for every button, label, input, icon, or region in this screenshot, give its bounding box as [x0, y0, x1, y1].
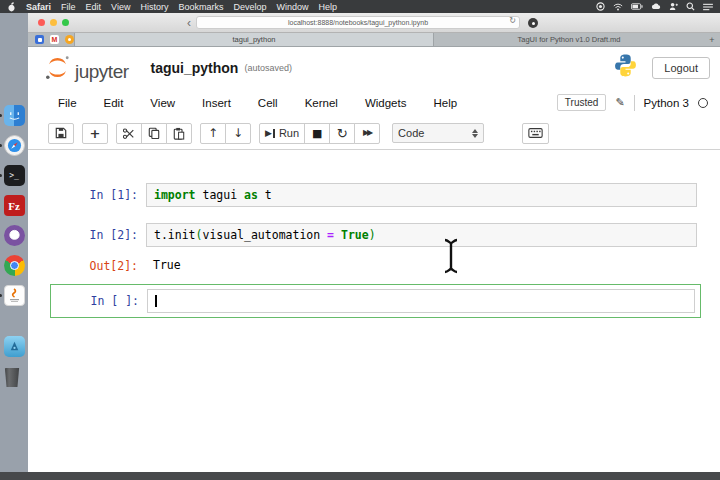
dock-terminal-icon[interactable]: >_	[4, 165, 25, 186]
status-circle-icon[interactable]	[596, 2, 605, 11]
pinned-tab-gmail-icon[interactable]: M	[50, 35, 59, 44]
restart-run-all-button[interactable]: ▶▶	[354, 123, 380, 144]
keyboard-icon	[528, 128, 543, 138]
text-caret	[155, 295, 157, 307]
dropdown-arrows-icon	[472, 129, 478, 138]
dock-blue-app-icon[interactable]	[4, 336, 25, 357]
wifi-icon[interactable]	[613, 3, 623, 11]
menubar-item-view[interactable]: View	[111, 2, 130, 12]
tab-tagui-draft[interactable]: TagUI for Python v1.0 Draft.md	[434, 33, 704, 46]
notebook-cells: In [1]: import tagui as t In [2]: t.init…	[28, 150, 720, 318]
pinned-tab-orange-icon[interactable]	[65, 35, 74, 44]
jupyter-logo[interactable]: jupyter	[44, 54, 129, 81]
run-cell-button[interactable]: ▶ Run	[259, 123, 305, 144]
macos-menubar: Safari File Edit View History Bookmarks …	[0, 0, 720, 13]
notebook-toolbar: + ↑ ↓ ▶ Run ■	[28, 117, 720, 150]
extension-badge-icon[interactable]	[528, 18, 538, 28]
code-cell-3-active: In [ ]:	[50, 284, 701, 318]
save-button[interactable]	[48, 123, 74, 144]
menu-widgets[interactable]: Widgets	[365, 97, 407, 109]
input-prompt: In [ ]:	[51, 289, 147, 308]
menu-help[interactable]: Help	[433, 97, 457, 109]
reload-icon[interactable]: ↻	[509, 17, 516, 25]
close-window-button[interactable]	[38, 19, 45, 26]
menu-cell[interactable]: Cell	[258, 97, 278, 109]
screen: Safari File Edit View History Bookmarks …	[0, 0, 720, 480]
autosave-status: (autosaved)	[244, 63, 292, 73]
address-bar[interactable]: localhost:8888/notebooks/tagui_python.ip…	[196, 16, 520, 29]
add-cell-button[interactable]: +	[82, 123, 108, 144]
code-input[interactable]: import tagui as t	[146, 183, 697, 207]
output-prompt: Out[2]:	[28, 254, 146, 273]
battery-icon[interactable]	[631, 3, 643, 10]
zoom-window-button[interactable]	[62, 19, 69, 26]
dock-chrome-icon[interactable]	[4, 255, 25, 276]
output-value: True	[146, 254, 188, 276]
save-icon	[55, 127, 67, 139]
menu-insert[interactable]: Insert	[202, 97, 231, 109]
notification-center-icon[interactable]	[703, 3, 713, 11]
cloud-icon[interactable]	[651, 3, 661, 10]
cut-cell-button[interactable]	[116, 123, 142, 144]
output-cell-2: Out[2]: True	[28, 254, 720, 276]
fast-forward-icon: ▶▶	[363, 129, 371, 137]
dock-safari-icon[interactable]	[4, 135, 25, 156]
menubar-item-history[interactable]: History	[140, 2, 168, 12]
stop-icon: ■	[312, 128, 322, 139]
menu-view[interactable]: View	[150, 97, 175, 109]
kernel-status-icon	[698, 98, 708, 108]
command-palette-button[interactable]	[522, 123, 549, 144]
dock: >_ Fz	[0, 13, 28, 472]
tab-tagui-python[interactable]: tagui_python	[74, 33, 434, 46]
paste-cell-button[interactable]	[166, 123, 192, 144]
menubar-item-window[interactable]: Window	[276, 2, 308, 12]
notebook-title[interactable]: tagui_python	[151, 60, 239, 76]
apple-icon[interactable]	[7, 2, 16, 12]
menu-edit[interactable]: Edit	[104, 97, 124, 109]
spotlight-icon[interactable]	[686, 2, 695, 11]
dock-finder-icon[interactable]	[4, 105, 25, 126]
minimize-window-button[interactable]	[50, 19, 57, 26]
input-prompt: In [1]:	[28, 183, 146, 202]
code-cell-1: In [1]: import tagui as t	[28, 183, 720, 207]
menubar-item-help[interactable]: Help	[318, 2, 337, 12]
edit-title-pencil-icon[interactable]: ✎	[615, 96, 624, 109]
menubar-app-name[interactable]: Safari	[26, 2, 51, 12]
user-switch-icon[interactable]	[669, 2, 678, 11]
jupyter-wordmark: jupyter	[75, 62, 129, 81]
move-cell-down-button[interactable]: ↓	[225, 123, 251, 144]
plus-icon: +	[90, 127, 101, 140]
restart-icon: ↻	[337, 127, 348, 140]
menubar-item-edit[interactable]: Edit	[86, 2, 102, 12]
running-indicator	[0, 114, 2, 117]
interrupt-kernel-button[interactable]: ■	[304, 123, 330, 144]
copy-cell-button[interactable]	[141, 123, 167, 144]
logout-button[interactable]: Logout	[652, 57, 710, 79]
dock-github-icon[interactable]	[4, 225, 25, 246]
arrow-down-icon: ↓	[233, 127, 243, 139]
tab-bar: M tagui_python TagUI for Python v1.0 Dra…	[28, 33, 720, 47]
running-indicator	[0, 174, 2, 177]
move-cell-up-button[interactable]: ↑	[200, 123, 226, 144]
running-indicator	[0, 294, 2, 297]
dock-java-app-icon[interactable]	[4, 285, 25, 306]
restart-kernel-button[interactable]: ↻	[329, 123, 355, 144]
menubar-item-develop[interactable]: Develop	[233, 2, 266, 12]
cell-type-dropdown[interactable]: Code	[392, 123, 484, 143]
input-prompt: In [2]:	[28, 223, 146, 242]
dock-filezilla-icon[interactable]: Fz	[4, 195, 25, 216]
copy-icon	[148, 127, 160, 139]
menubar-item-file[interactable]: File	[61, 2, 76, 12]
scissors-icon	[123, 128, 135, 139]
new-tab-button[interactable]: +	[704, 33, 720, 46]
menubar-item-bookmarks[interactable]: Bookmarks	[178, 2, 223, 12]
code-input[interactable]: t.init(visual_automation = True)	[146, 223, 697, 247]
code-input-focused[interactable]	[147, 289, 695, 313]
menu-file[interactable]: File	[58, 97, 77, 109]
pinned-tab-blue-icon[interactable]	[35, 35, 44, 44]
kernel-name: Python 3	[644, 97, 689, 109]
cell-type-value: Code	[398, 127, 424, 139]
dock-trash-icon[interactable]	[4, 366, 25, 387]
code-cell-2: In [2]: t.init(visual_automation = True)	[28, 223, 720, 247]
menu-kernel[interactable]: Kernel	[305, 97, 338, 109]
